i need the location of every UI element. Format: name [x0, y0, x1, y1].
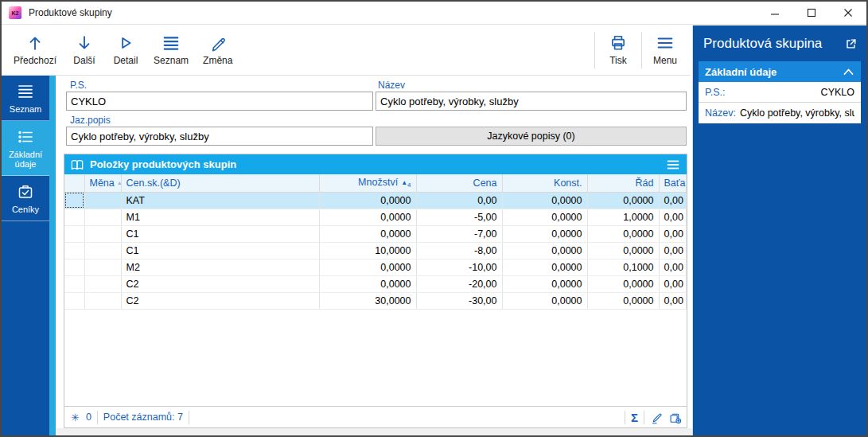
- cell-konst[interactable]: 0,0000: [502, 242, 587, 259]
- row-selector-cell[interactable]: [64, 209, 84, 225]
- cell-mnozstvi[interactable]: 0,0000: [319, 275, 416, 292]
- open-external-icon[interactable]: [844, 37, 857, 50]
- table-row[interactable]: C2 0,0000 -20,00 0,0000 0,0000 0,00: [64, 275, 687, 292]
- edit-button[interactable]: Změna: [196, 28, 239, 72]
- cell-mnozstvi[interactable]: 0,0000: [319, 209, 416, 225]
- cell-mnozstvi[interactable]: 10,0000: [319, 242, 416, 259]
- toolbar-separator: [594, 32, 595, 68]
- col-header-konst[interactable]: Konst.: [502, 174, 587, 192]
- previous-button[interactable]: Předchozí: [6, 28, 64, 72]
- row-selector-cell[interactable]: [64, 259, 84, 275]
- sidebar-item-zakladni-udaje[interactable]: Základní údaje: [2, 121, 49, 176]
- cell-cena[interactable]: -30,00: [416, 292, 502, 309]
- row-selector-cell[interactable]: [64, 242, 84, 259]
- cell-konst[interactable]: 0,0000: [502, 292, 587, 309]
- col-header-selector[interactable]: [64, 174, 84, 192]
- cell-bata[interactable]: 0,00: [659, 209, 687, 225]
- nazev-field[interactable]: [376, 92, 687, 111]
- cell-rad[interactable]: 0,0000: [587, 192, 659, 209]
- col-header-censk[interactable]: Cen.sk.(&D): [121, 174, 319, 192]
- section-header[interactable]: Základní údaje: [699, 61, 861, 82]
- print-button[interactable]: Tisk: [597, 28, 639, 72]
- cell-konst[interactable]: 0,0000: [502, 209, 587, 225]
- cell-mena[interactable]: [84, 192, 121, 209]
- cell-cena[interactable]: 0,00: [416, 192, 502, 209]
- app-window: K2 Produktové skupiny Předchozí Další: [0, 0, 868, 437]
- cell-cena[interactable]: -7,00: [416, 225, 502, 242]
- table-row[interactable]: C1 10,0000 -8,00 0,0000 0,0000 0,00: [64, 242, 687, 259]
- cell-cena[interactable]: -8,00: [416, 242, 502, 259]
- row-selector-cell[interactable]: [64, 192, 84, 209]
- cell-rad[interactable]: 0,0000: [587, 275, 659, 292]
- cell-konst[interactable]: 0,0000: [502, 225, 587, 242]
- close-button[interactable]: [830, 2, 866, 24]
- row-selector-cell[interactable]: [64, 225, 84, 242]
- cell-mena[interactable]: [84, 242, 121, 259]
- list-button-label: Seznam: [154, 55, 189, 66]
- list-icon: [162, 34, 180, 52]
- sum-icon[interactable]: Σ: [631, 411, 638, 424]
- cell-bata[interactable]: 0,00: [659, 225, 687, 242]
- cell-mnozstvi[interactable]: 0,0000: [319, 259, 416, 275]
- cell-bata[interactable]: 0,00: [659, 259, 687, 275]
- cell-cena[interactable]: -10,00: [416, 259, 502, 275]
- cell-bata[interactable]: 0,00: [659, 292, 687, 309]
- col-header-bata[interactable]: Baťa: [659, 174, 687, 192]
- list-button[interactable]: Seznam: [146, 28, 196, 72]
- cell-konst[interactable]: 0,0000: [502, 275, 587, 292]
- cell-censk[interactable]: C1: [121, 225, 319, 242]
- col-header-mena[interactable]: Měna▲: [84, 174, 121, 192]
- cell-censk[interactable]: C2: [121, 292, 319, 309]
- cell-mena[interactable]: [84, 292, 121, 309]
- cell-cena[interactable]: -5,00: [416, 209, 502, 225]
- previous-button-label: Předchozí: [14, 55, 56, 66]
- table-row[interactable]: C1 0,0000 -7,00 0,0000 0,0000 0,00: [64, 225, 687, 242]
- cell-mnozstvi[interactable]: 0,0000: [319, 192, 416, 209]
- maximize-button[interactable]: [793, 2, 830, 24]
- sidebar-item-ceniky[interactable]: Ceníky: [2, 176, 49, 221]
- grid-menu-icon[interactable]: [666, 158, 680, 171]
- cell-bata[interactable]: 0,00: [659, 275, 687, 292]
- next-button[interactable]: Další: [64, 28, 105, 72]
- row-selector-cell[interactable]: [64, 275, 84, 292]
- cell-rad[interactable]: 0,1000: [587, 259, 659, 275]
- cell-mnozstvi[interactable]: 30,0000: [319, 292, 416, 309]
- cell-rad[interactable]: 0,0000: [587, 225, 659, 242]
- jazpopis-field[interactable]: [66, 127, 373, 146]
- cell-censk[interactable]: C2: [121, 275, 319, 292]
- cell-cena[interactable]: -20,00: [416, 275, 502, 292]
- cell-mena[interactable]: [84, 225, 121, 242]
- cell-mena[interactable]: [84, 209, 121, 225]
- cell-bata[interactable]: 0,00: [659, 242, 687, 259]
- detail-button[interactable]: Detail: [105, 28, 146, 72]
- ps-field[interactable]: [66, 92, 373, 111]
- cell-censk[interactable]: M1: [121, 209, 319, 225]
- cell-rad[interactable]: 0,0000: [587, 292, 659, 309]
- table-row[interactable]: M1 0,0000 -5,00 0,0000 1,0000 0,00: [64, 209, 687, 225]
- cell-mnozstvi[interactable]: 0,0000: [319, 225, 416, 242]
- cell-bata[interactable]: 0,00: [659, 192, 687, 209]
- copy-add-record-icon[interactable]: [668, 411, 682, 424]
- edit-record-icon[interactable]: [650, 411, 664, 424]
- cell-mena[interactable]: [84, 275, 121, 292]
- col-header-mnozstvi[interactable]: Množství▲4: [319, 174, 416, 192]
- cell-mena[interactable]: [84, 259, 121, 275]
- cell-censk[interactable]: KAT: [121, 192, 319, 209]
- menu-button[interactable]: Menu: [644, 28, 686, 72]
- cell-rad[interactable]: 0,0000: [587, 242, 659, 259]
- col-header-rad[interactable]: Řád: [587, 174, 659, 192]
- col-header-cena[interactable]: Cena: [416, 174, 502, 192]
- row-selector-cell[interactable]: [64, 292, 84, 309]
- minimize-button[interactable]: [757, 2, 793, 24]
- table-row[interactable]: C2 30,0000 -30,00 0,0000 0,0000 0,00: [64, 292, 687, 309]
- cell-censk[interactable]: M2: [121, 259, 319, 275]
- sidebar-item-seznam[interactable]: Seznam: [2, 76, 49, 121]
- items-panel-header: Položky produktových skupin: [64, 154, 687, 174]
- language-descriptions-button[interactable]: Jazykové popisy (0): [376, 127, 687, 146]
- cell-rad[interactable]: 1,0000: [587, 209, 659, 225]
- table-row[interactable]: M2 0,0000 -10,00 0,0000 0,1000 0,00: [64, 259, 687, 275]
- table-row[interactable]: KAT 0,0000 0,00 0,0000 0,0000 0,00: [64, 192, 687, 209]
- cell-konst[interactable]: 0,0000: [502, 192, 587, 209]
- cell-konst[interactable]: 0,0000: [502, 259, 587, 275]
- cell-censk[interactable]: C1: [121, 242, 319, 259]
